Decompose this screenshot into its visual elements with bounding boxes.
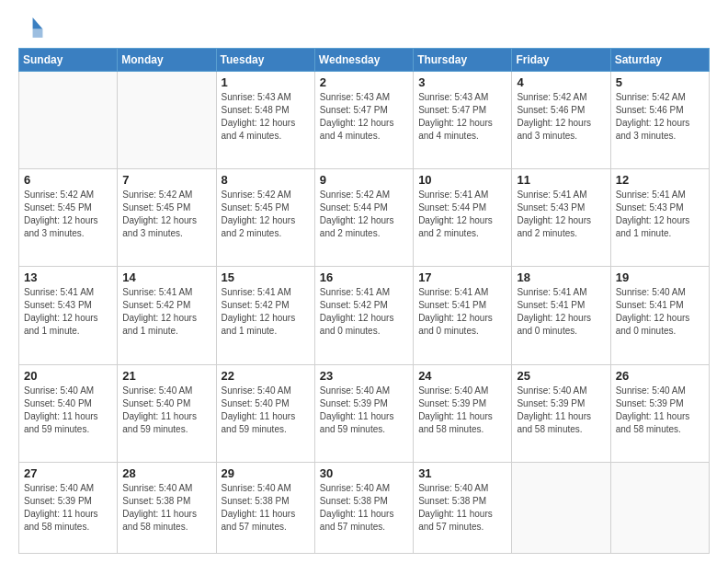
cell-info: Sunrise: 5:42 AM Sunset: 5:45 PM Dayligh… <box>122 189 210 240</box>
calendar-cell: 4Sunrise: 5:42 AM Sunset: 5:46 PM Daylig… <box>512 72 610 169</box>
cell-info: Sunrise: 5:40 AM Sunset: 5:39 PM Dayligh… <box>24 482 112 534</box>
calendar-week-5: 27Sunrise: 5:40 AM Sunset: 5:39 PM Dayli… <box>19 462 710 553</box>
cell-info: Sunrise: 5:41 AM Sunset: 5:43 PM Dayligh… <box>517 189 605 240</box>
svg-marker-1 <box>33 29 43 38</box>
calendar-cell: 27Sunrise: 5:40 AM Sunset: 5:39 PM Dayli… <box>19 462 118 553</box>
cell-info: Sunrise: 5:40 AM Sunset: 5:40 PM Dayligh… <box>222 385 310 436</box>
day-number: 11 <box>517 173 605 187</box>
day-number: 10 <box>418 173 506 187</box>
cell-info: Sunrise: 5:40 AM Sunset: 5:38 PM Dayligh… <box>222 482 310 534</box>
cell-info: Sunrise: 5:40 AM Sunset: 5:40 PM Dayligh… <box>24 385 112 436</box>
cell-info: Sunrise: 5:40 AM Sunset: 5:38 PM Dayligh… <box>418 482 506 534</box>
day-number: 28 <box>122 466 210 480</box>
day-number: 4 <box>517 75 605 89</box>
day-header-monday: Monday <box>118 49 216 72</box>
calendar-cell: 13Sunrise: 5:41 AM Sunset: 5:43 PM Dayli… <box>19 267 118 364</box>
calendar-cell: 25Sunrise: 5:40 AM Sunset: 5:39 PM Dayli… <box>512 364 610 462</box>
day-number: 23 <box>320 369 408 383</box>
calendar-cell: 10Sunrise: 5:41 AM Sunset: 5:44 PM Dayli… <box>414 169 512 267</box>
cell-info: Sunrise: 5:42 AM Sunset: 5:46 PM Dayligh… <box>616 91 704 143</box>
day-number: 14 <box>122 270 210 284</box>
calendar-header-row: SundayMondayTuesdayWednesdayThursdayFrid… <box>19 49 710 72</box>
calendar-cell <box>610 462 709 553</box>
cell-info: Sunrise: 5:40 AM Sunset: 5:38 PM Dayligh… <box>320 482 408 534</box>
calendar-cell: 20Sunrise: 5:40 AM Sunset: 5:40 PM Dayli… <box>19 364 118 462</box>
calendar-cell <box>118 72 216 169</box>
cell-info: Sunrise: 5:43 AM Sunset: 5:47 PM Dayligh… <box>418 91 506 143</box>
cell-info: Sunrise: 5:41 AM Sunset: 5:42 PM Dayligh… <box>222 286 310 338</box>
day-number: 8 <box>222 173 310 187</box>
cell-info: Sunrise: 5:41 AM Sunset: 5:42 PM Dayligh… <box>320 286 408 338</box>
page: SundayMondayTuesdayWednesdayThursdayFrid… <box>0 0 728 563</box>
calendar: SundayMondayTuesdayWednesdayThursdayFrid… <box>18 48 710 554</box>
calendar-cell: 26Sunrise: 5:40 AM Sunset: 5:39 PM Dayli… <box>610 364 709 462</box>
calendar-cell: 16Sunrise: 5:41 AM Sunset: 5:42 PM Dayli… <box>314 267 413 364</box>
cell-info: Sunrise: 5:42 AM Sunset: 5:44 PM Dayligh… <box>320 189 408 240</box>
calendar-cell: 7Sunrise: 5:42 AM Sunset: 5:45 PM Daylig… <box>118 169 216 267</box>
calendar-cell: 31Sunrise: 5:40 AM Sunset: 5:38 PM Dayli… <box>414 462 512 553</box>
logo <box>18 15 48 40</box>
cell-info: Sunrise: 5:41 AM Sunset: 5:41 PM Dayligh… <box>418 286 506 338</box>
calendar-cell: 24Sunrise: 5:40 AM Sunset: 5:39 PM Dayli… <box>414 364 512 462</box>
calendar-cell: 1Sunrise: 5:43 AM Sunset: 5:48 PM Daylig… <box>216 72 314 169</box>
calendar-cell: 23Sunrise: 5:40 AM Sunset: 5:39 PM Dayli… <box>314 364 413 462</box>
calendar-week-3: 13Sunrise: 5:41 AM Sunset: 5:43 PM Dayli… <box>19 267 710 364</box>
calendar-cell: 8Sunrise: 5:42 AM Sunset: 5:45 PM Daylig… <box>216 169 314 267</box>
calendar-cell: 17Sunrise: 5:41 AM Sunset: 5:41 PM Dayli… <box>414 267 512 364</box>
day-number: 12 <box>616 173 704 187</box>
cell-info: Sunrise: 5:40 AM Sunset: 5:40 PM Dayligh… <box>122 385 210 436</box>
day-number: 9 <box>320 173 408 187</box>
logo-icon <box>18 15 44 40</box>
day-number: 27 <box>24 466 112 480</box>
calendar-cell <box>512 462 610 553</box>
day-number: 1 <box>222 75 310 89</box>
cell-info: Sunrise: 5:43 AM Sunset: 5:48 PM Dayligh… <box>222 91 310 143</box>
day-number: 21 <box>122 369 210 383</box>
day-number: 6 <box>24 173 112 187</box>
cell-info: Sunrise: 5:41 AM Sunset: 5:42 PM Dayligh… <box>122 286 210 338</box>
calendar-cell: 30Sunrise: 5:40 AM Sunset: 5:38 PM Dayli… <box>314 462 413 553</box>
cell-info: Sunrise: 5:41 AM Sunset: 5:43 PM Dayligh… <box>24 286 112 338</box>
calendar-cell: 3Sunrise: 5:43 AM Sunset: 5:47 PM Daylig… <box>414 72 512 169</box>
calendar-cell: 6Sunrise: 5:42 AM Sunset: 5:45 PM Daylig… <box>19 169 118 267</box>
calendar-cell: 22Sunrise: 5:40 AM Sunset: 5:40 PM Dayli… <box>216 364 314 462</box>
cell-info: Sunrise: 5:42 AM Sunset: 5:45 PM Dayligh… <box>222 189 310 240</box>
calendar-cell: 12Sunrise: 5:41 AM Sunset: 5:43 PM Dayli… <box>610 169 709 267</box>
calendar-cell: 11Sunrise: 5:41 AM Sunset: 5:43 PM Dayli… <box>512 169 610 267</box>
day-number: 30 <box>320 466 408 480</box>
day-number: 5 <box>616 75 704 89</box>
day-number: 20 <box>24 369 112 383</box>
day-header-sunday: Sunday <box>19 49 118 72</box>
day-number: 15 <box>222 270 310 284</box>
calendar-cell: 14Sunrise: 5:41 AM Sunset: 5:42 PM Dayli… <box>118 267 216 364</box>
day-number: 7 <box>122 173 210 187</box>
day-number: 17 <box>418 270 506 284</box>
cell-info: Sunrise: 5:40 AM Sunset: 5:38 PM Dayligh… <box>122 482 210 534</box>
day-number: 3 <box>418 75 506 89</box>
calendar-week-1: 1Sunrise: 5:43 AM Sunset: 5:48 PM Daylig… <box>19 72 710 169</box>
day-number: 24 <box>418 369 506 383</box>
cell-info: Sunrise: 5:41 AM Sunset: 5:44 PM Dayligh… <box>418 189 506 240</box>
calendar-cell: 29Sunrise: 5:40 AM Sunset: 5:38 PM Dayli… <box>216 462 314 553</box>
cell-info: Sunrise: 5:41 AM Sunset: 5:41 PM Dayligh… <box>517 286 605 338</box>
cell-info: Sunrise: 5:40 AM Sunset: 5:41 PM Dayligh… <box>616 286 704 338</box>
day-number: 13 <box>24 270 112 284</box>
svg-marker-0 <box>33 17 43 29</box>
day-number: 31 <box>418 466 506 480</box>
day-number: 26 <box>616 369 704 383</box>
calendar-week-2: 6Sunrise: 5:42 AM Sunset: 5:45 PM Daylig… <box>19 169 710 267</box>
cell-info: Sunrise: 5:40 AM Sunset: 5:39 PM Dayligh… <box>320 385 408 436</box>
day-header-thursday: Thursday <box>414 49 512 72</box>
header <box>18 15 710 40</box>
calendar-cell: 2Sunrise: 5:43 AM Sunset: 5:47 PM Daylig… <box>314 72 413 169</box>
cell-info: Sunrise: 5:40 AM Sunset: 5:39 PM Dayligh… <box>616 385 704 436</box>
day-header-friday: Friday <box>512 49 610 72</box>
calendar-cell: 18Sunrise: 5:41 AM Sunset: 5:41 PM Dayli… <box>512 267 610 364</box>
calendar-cell: 15Sunrise: 5:41 AM Sunset: 5:42 PM Dayli… <box>216 267 314 364</box>
cell-info: Sunrise: 5:43 AM Sunset: 5:47 PM Dayligh… <box>320 91 408 143</box>
cell-info: Sunrise: 5:41 AM Sunset: 5:43 PM Dayligh… <box>616 189 704 240</box>
cell-info: Sunrise: 5:40 AM Sunset: 5:39 PM Dayligh… <box>517 385 605 436</box>
day-number: 22 <box>222 369 310 383</box>
calendar-cell: 21Sunrise: 5:40 AM Sunset: 5:40 PM Dayli… <box>118 364 216 462</box>
calendar-week-4: 20Sunrise: 5:40 AM Sunset: 5:40 PM Dayli… <box>19 364 710 462</box>
